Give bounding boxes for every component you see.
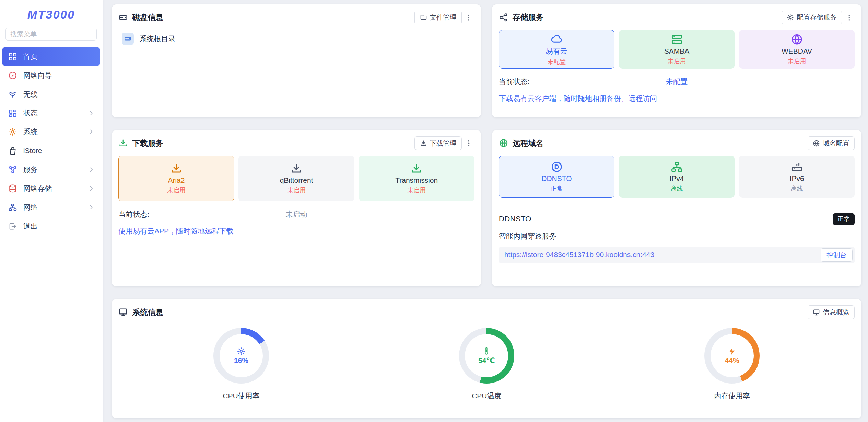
status-badge: 正常 [833, 213, 855, 225]
storage-tile-yiyouyun[interactable]: 易有云 未配置 [499, 30, 614, 69]
tile-name: IPv4 [670, 174, 684, 183]
sidebar-item-label: 网络 [23, 203, 38, 212]
domain-config-button[interactable]: 域名配置 [808, 136, 855, 150]
tile-status: 正常 [551, 184, 563, 193]
gauge-cpu-temp: 54℃ CPU温度 [448, 328, 525, 401]
file-manager-button[interactable]: 文件管理 [414, 11, 462, 24]
card-title: 系统信息 [132, 307, 163, 318]
storage-client-link[interactable]: 下载易有云客户端，随时随地相册备份、远程访问 [499, 94, 657, 103]
domain-tile-ipv4[interactable]: IPv4 离线 [619, 156, 735, 198]
sidebar-item-system[interactable]: 系统 [2, 123, 100, 141]
sidebar-search [0, 28, 103, 47]
cpu-icon [237, 347, 246, 356]
sidebar-item-network-wizard[interactable]: 网络向导 [2, 66, 100, 85]
status-label: 当前状态: [499, 78, 530, 85]
storage-services-card: 存储服务 配置存储服务 [492, 4, 861, 117]
console-button[interactable]: 控制台 [821, 248, 852, 262]
memory-usage-donut: 44% [704, 328, 760, 383]
download-manager-button[interactable]: 下载管理 [414, 136, 462, 150]
domain-card-header: 远程域名 域名配置 [499, 136, 855, 150]
divider [499, 206, 855, 206]
sidebar-item-home[interactable]: 首页 [2, 47, 100, 66]
sidebar-item-wireless[interactable]: 无线 [2, 85, 100, 104]
card-grid: 磁盘信息 文件管理 [112, 4, 861, 418]
download-tile-aria2[interactable]: Aria2 未启用 [118, 156, 234, 201]
sidebar-item-label: 服务 [23, 165, 38, 174]
configure-storage-button[interactable]: 配置存储服务 [782, 11, 842, 24]
domain-tiles: DDNSTO 正常 IPv4 离线 IPv6 [499, 156, 855, 198]
cpu-temp-donut: 54℃ [459, 328, 514, 383]
sidebar-item-status[interactable]: 状态 [2, 104, 100, 123]
button-label: 信息概览 [823, 308, 849, 317]
sidebar-item-label: iStore [23, 147, 42, 155]
card-title: 存储服务 [513, 12, 543, 23]
remote-url-link[interactable]: https://istore-9483c451371b-90.kooldns.c… [504, 251, 654, 259]
status-value: 未启动 [286, 209, 307, 219]
monitor-icon [118, 307, 128, 317]
download-tile-transmission[interactable]: Transmission 未启用 [359, 156, 474, 201]
domain-tile-ipv6[interactable]: IPv6 离线 [739, 156, 855, 198]
cpu-usage-donut: 16% [213, 328, 269, 383]
button-label: 域名配置 [823, 139, 849, 148]
sidebar-item-label: 网络向导 [23, 71, 52, 80]
tile-name: qBittorrent [280, 176, 313, 184]
sidebar-item-network-storage[interactable]: 网络存储 [2, 179, 100, 198]
download-icon [170, 162, 182, 174]
download-card-menu-button[interactable] [464, 136, 474, 150]
service-name: DDNSTO [499, 215, 531, 224]
download-tile-qbittorrent[interactable]: qBittorrent 未启用 [238, 156, 354, 201]
tile-name: Aria2 [168, 176, 185, 184]
tile-status: 未配置 [548, 58, 566, 66]
disk-item-label: 系统根目录 [140, 34, 176, 44]
storage-tile-webdav[interactable]: WEBDAV 未启用 [739, 30, 855, 69]
tile-name: DDNSTO [541, 174, 572, 183]
chevron-right-icon [88, 204, 94, 210]
card-title: 磁盘信息 [132, 12, 163, 23]
card-title: 下载服务 [132, 138, 163, 149]
kebab-icon [845, 14, 853, 22]
sidebar-search-input[interactable] [5, 28, 97, 41]
monitor-icon [813, 309, 820, 316]
sidebar-item-services[interactable]: 服务 [2, 160, 100, 179]
storage-card-header: 存储服务 配置存储服务 [499, 11, 855, 24]
tile-status: 未启用 [287, 186, 305, 194]
donut-center: 44% [711, 334, 754, 377]
button-label: 文件管理 [430, 13, 456, 22]
remote-domain-card: 远程域名 域名配置 [492, 130, 861, 286]
network-nodes-icon [671, 161, 683, 173]
disk-card-menu-button[interactable] [464, 11, 474, 24]
storage-card-menu-button[interactable] [844, 11, 855, 24]
compass-icon [8, 71, 17, 80]
logout-icon [8, 222, 17, 231]
chevron-right-icon [88, 129, 94, 135]
system-gauges: 16% CPU使用率 54℃ [118, 328, 855, 401]
domain-tile-ddnsto[interactable]: DDNSTO 正常 [499, 156, 614, 198]
disk-root-item[interactable]: 系统根目录 [118, 33, 474, 45]
sidebar-item-logout[interactable]: 退出 [2, 217, 100, 236]
sidebar-item-istore[interactable]: iStore [2, 141, 100, 160]
system-info-card: 系统信息 信息概览 [112, 299, 861, 418]
chevron-right-icon [88, 110, 94, 116]
donut-center: 16% [220, 334, 263, 377]
status-value[interactable]: 未配置 [666, 77, 688, 87]
app-root: MT3000 首页 网络向导 无线 [0, 0, 868, 422]
info-overview-button[interactable]: 信息概览 [808, 305, 855, 319]
storage-tile-samba[interactable]: SAMBA 未启用 [619, 30, 735, 69]
sidebar-item-network[interactable]: 网络 [2, 198, 100, 217]
tile-name: Transmission [395, 176, 438, 184]
download-app-link[interactable]: 使用易有云APP，随时随地远程下载 [118, 226, 234, 236]
download-status-row: 当前状态: 未启动 [118, 209, 474, 219]
memory-usage-label: 内存使用率 [693, 391, 771, 401]
ddnsto-logo-icon [551, 161, 563, 173]
card-title: 远程域名 [513, 138, 543, 149]
download-icon [420, 140, 427, 147]
services-nodes-icon [8, 165, 17, 174]
disk-info-card: 磁盘信息 文件管理 [112, 4, 481, 117]
cloud-icon [551, 33, 563, 45]
globe-icon [499, 138, 508, 148]
tile-name: WEBDAV [782, 47, 812, 55]
download-icon [118, 138, 128, 148]
sidebar-item-label: 系统 [23, 127, 38, 137]
tile-status: 离线 [791, 184, 803, 193]
tile-name: 易有云 [546, 46, 567, 56]
